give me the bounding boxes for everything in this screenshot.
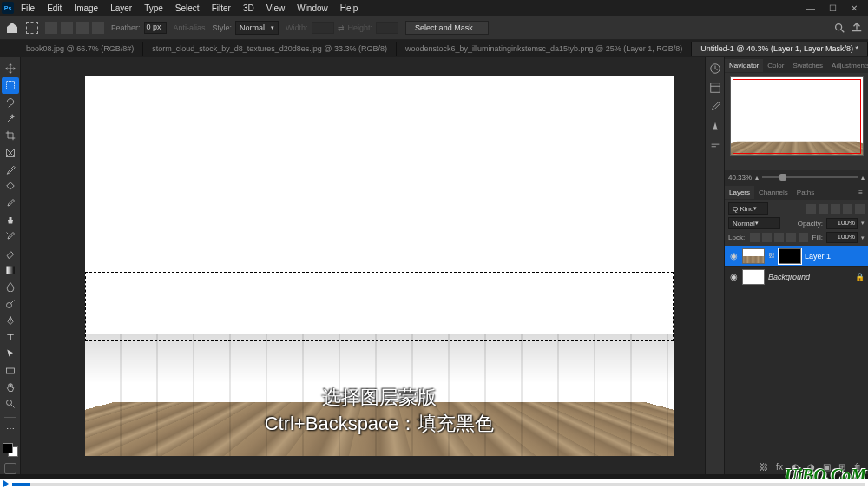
menu-filter[interactable]: Filter bbox=[207, 2, 236, 15]
canvas[interactable]: 选择图层蒙版 Ctrl+Backspace：填充黑色 bbox=[85, 76, 674, 456]
subtract-selection-icon[interactable] bbox=[76, 22, 89, 34]
menu-image[interactable]: Image bbox=[69, 2, 103, 15]
layer-mask-thumbnail[interactable] bbox=[779, 248, 801, 264]
menu-type[interactable]: Type bbox=[139, 2, 168, 15]
gradient-tool[interactable] bbox=[2, 262, 19, 278]
zoom-out-icon[interactable]: ▴ bbox=[755, 174, 759, 182]
menu-3d[interactable]: 3D bbox=[238, 2, 260, 15]
opacity-input[interactable]: 100% bbox=[826, 218, 858, 229]
window-close[interactable]: ✕ bbox=[847, 3, 861, 13]
new-selection-icon[interactable] bbox=[45, 22, 57, 34]
window-maximize[interactable]: ☐ bbox=[825, 3, 840, 13]
play-icon[interactable] bbox=[3, 480, 9, 487]
doc-tab-3[interactable]: Untitled-1 @ 40.3% (Layer 1, Layer Mask/… bbox=[692, 42, 868, 56]
menu-view[interactable]: View bbox=[261, 2, 291, 15]
menu-help[interactable]: Help bbox=[335, 2, 364, 15]
paths-tab[interactable]: Paths bbox=[792, 186, 819, 199]
menu-file[interactable]: File bbox=[16, 2, 40, 15]
zoom-value[interactable]: 40.33% bbox=[728, 174, 752, 182]
path-select-tool[interactable] bbox=[2, 346, 19, 361]
progress-track[interactable] bbox=[12, 483, 865, 486]
mask-link-icon[interactable]: ⛓ bbox=[768, 252, 775, 260]
magic-wand-tool[interactable] bbox=[2, 111, 19, 127]
edit-toolbar[interactable]: ⋯ bbox=[2, 420, 19, 436]
filter-kind-select[interactable]: Q Kind ▾ bbox=[728, 202, 768, 215]
video-scrubber[interactable] bbox=[0, 479, 868, 489]
move-tool[interactable] bbox=[2, 61, 19, 76]
paragraph-panel-icon[interactable] bbox=[709, 139, 721, 151]
menu-select[interactable]: Select bbox=[170, 2, 205, 15]
lasso-tool[interactable] bbox=[2, 95, 19, 110]
lock-image-icon[interactable] bbox=[762, 233, 772, 242]
layers-menu-icon[interactable]: ≡ bbox=[853, 188, 868, 196]
filter-shape-icon[interactable] bbox=[843, 204, 852, 214]
layer-row[interactable]: ◉ Background 🔒 bbox=[725, 267, 868, 287]
feather-input[interactable]: 0 px bbox=[144, 22, 167, 34]
visibility-toggle[interactable]: ◉ bbox=[728, 251, 739, 261]
eyedropper-tool[interactable] bbox=[2, 162, 19, 177]
fill-input[interactable]: 100% bbox=[826, 232, 858, 243]
layer-row[interactable]: ◉ ⛓ Layer 1 bbox=[725, 246, 868, 267]
share-icon[interactable] bbox=[851, 22, 863, 34]
eraser-tool[interactable] bbox=[2, 245, 19, 261]
blend-mode-select[interactable]: Normal ▾ bbox=[728, 217, 780, 229]
zoom-in-icon[interactable]: ▴ bbox=[861, 174, 865, 182]
history-panel-icon[interactable] bbox=[709, 63, 721, 75]
history-brush-tool[interactable] bbox=[2, 228, 19, 244]
lock-all-icon[interactable] bbox=[799, 233, 808, 242]
marquee-tool[interactable] bbox=[2, 77, 19, 93]
style-select[interactable]: Normal▾ bbox=[235, 21, 279, 35]
crop-tool[interactable] bbox=[2, 128, 19, 143]
doc-tab-0[interactable]: book08.jpg @ 66.7% (RGB/8#) bbox=[17, 42, 143, 56]
brushes-panel-icon[interactable] bbox=[709, 101, 721, 113]
color-tab[interactable]: Color bbox=[763, 59, 788, 72]
layer-thumbnail[interactable] bbox=[742, 248, 765, 264]
doc-tab-2[interactable]: woodenstock6_by_illuminatinginkstemsc_da… bbox=[397, 42, 692, 56]
filter-adjust-icon[interactable] bbox=[819, 204, 828, 214]
navigator-thumbnail[interactable] bbox=[730, 76, 864, 156]
foreground-color-swatch[interactable] bbox=[3, 443, 13, 453]
hand-tool[interactable] bbox=[2, 380, 19, 395]
search-icon[interactable] bbox=[833, 22, 845, 34]
layer-thumbnail[interactable] bbox=[742, 269, 765, 285]
filter-type-icon[interactable] bbox=[831, 204, 840, 214]
selection-mode-icons[interactable] bbox=[45, 22, 104, 34]
filter-smart-icon[interactable] bbox=[855, 204, 865, 214]
layer-style-button[interactable]: fx bbox=[774, 462, 785, 472]
zoom-tool[interactable] bbox=[2, 396, 19, 412]
navigator-viewport-box[interactable] bbox=[733, 79, 861, 154]
home-icon[interactable] bbox=[5, 21, 19, 35]
zoom-slider[interactable] bbox=[762, 176, 858, 178]
brush-tool[interactable] bbox=[2, 195, 19, 211]
menu-edit[interactable]: Edit bbox=[42, 2, 67, 15]
navigator-tab[interactable]: Navigator bbox=[725, 59, 763, 72]
menu-window[interactable]: Window bbox=[292, 2, 333, 15]
frame-tool[interactable] bbox=[2, 145, 19, 161]
swatches-tab[interactable]: Swatches bbox=[788, 59, 827, 72]
add-selection-icon[interactable] bbox=[61, 22, 73, 34]
type-tool[interactable] bbox=[2, 329, 19, 345]
healing-tool[interactable] bbox=[2, 178, 19, 194]
color-swatches[interactable] bbox=[3, 443, 18, 457]
layer-name[interactable]: Background bbox=[768, 273, 810, 281]
dodge-tool[interactable] bbox=[2, 295, 19, 311]
layers-tab[interactable]: Layers bbox=[725, 186, 754, 199]
pen-tool[interactable] bbox=[2, 313, 19, 328]
quick-mask-toggle[interactable] bbox=[4, 463, 16, 474]
link-layers-button[interactable]: ⛓ bbox=[759, 462, 769, 472]
lock-artboard-icon[interactable] bbox=[786, 233, 796, 242]
rectangle-tool[interactable] bbox=[2, 363, 19, 379]
channels-tab[interactable]: Channels bbox=[754, 186, 792, 199]
properties-panel-icon[interactable] bbox=[709, 82, 721, 94]
canvas-area[interactable]: 选择图层蒙版 Ctrl+Backspace：填充黑色 RAFYA88 bbox=[21, 57, 705, 474]
filter-pixel-icon[interactable] bbox=[806, 204, 816, 214]
character-panel-icon[interactable] bbox=[709, 120, 721, 132]
lock-transparent-icon[interactable] bbox=[750, 233, 760, 242]
clone-stamp-tool[interactable] bbox=[2, 212, 19, 228]
intersect-selection-icon[interactable] bbox=[92, 22, 104, 34]
lock-position-icon[interactable] bbox=[774, 233, 784, 242]
doc-tab-1[interactable]: storm_cloud_stock_by_d8_textures_d20d8es… bbox=[143, 42, 397, 56]
menu-layer[interactable]: Layer bbox=[105, 2, 137, 15]
select-and-mask-button[interactable]: Select and Mask... bbox=[405, 21, 489, 35]
layer-name[interactable]: Layer 1 bbox=[805, 252, 831, 261]
